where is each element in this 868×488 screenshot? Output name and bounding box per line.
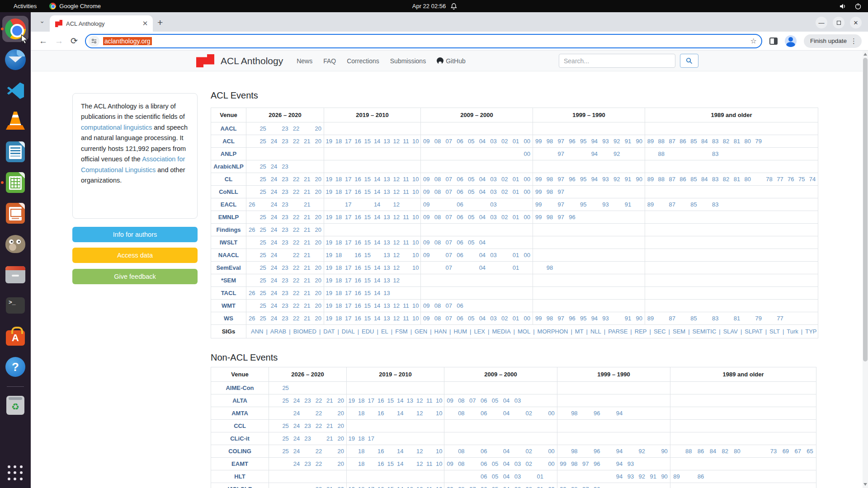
year-link[interactable]: 25 (282, 435, 288, 442)
year-link[interactable]: 20 (315, 125, 321, 132)
venue-link[interactable]: CLiC-it (230, 435, 250, 442)
year-link[interactable]: 93 (602, 138, 609, 145)
year-link[interactable]: 15 (364, 264, 371, 271)
dock-item-libreoffice-impress[interactable] (2, 200, 28, 226)
year-link[interactable]: 07 (446, 214, 452, 221)
sig-link[interactable]: EDU (362, 328, 374, 335)
year-link[interactable]: 99 (535, 214, 542, 221)
year-link[interactable]: 08 (458, 397, 464, 404)
year-link[interactable]: 98 (547, 315, 553, 322)
year-link[interactable]: 97 (558, 150, 564, 157)
sig-link[interactable]: BIOMED (293, 328, 316, 335)
year-link[interactable]: 83 (712, 315, 718, 322)
year-link[interactable]: 19 (326, 214, 332, 221)
sig-link[interactable]: TYP (805, 328, 816, 335)
year-link[interactable]: 00 (548, 486, 554, 488)
year-link[interactable]: 10 (436, 460, 442, 467)
year-link[interactable]: 15 (364, 277, 371, 284)
year-link[interactable]: 25 (259, 252, 266, 258)
year-link[interactable]: 23 (282, 302, 288, 309)
year-link[interactable]: 81 (734, 138, 740, 145)
year-link[interactable]: 00 (524, 138, 530, 145)
year-link[interactable]: 05 (468, 315, 474, 322)
year-link[interactable]: 07 (446, 264, 452, 271)
year-link[interactable]: 10 (412, 188, 419, 195)
year-link[interactable]: 87 (669, 176, 675, 183)
year-link[interactable]: 14 (397, 486, 403, 488)
year-link[interactable]: 25 (259, 302, 266, 309)
year-link[interactable]: 09 (423, 188, 429, 195)
year-link[interactable]: 15 (387, 460, 394, 467)
year-link[interactable]: 21 (304, 277, 310, 284)
year-link[interactable]: 91 (625, 315, 631, 322)
browser-menu-icon[interactable]: ⋮ (850, 37, 857, 45)
year-link[interactable]: 22 (293, 214, 299, 221)
year-link[interactable]: 24 (271, 163, 277, 170)
year-link[interactable]: 04 (479, 239, 486, 246)
year-link[interactable]: 23 (282, 315, 288, 322)
year-link[interactable]: 97 (582, 460, 589, 467)
year-link[interactable]: 20 (315, 290, 321, 296)
year-link[interactable]: 13 (383, 252, 390, 258)
window-restore-button[interactable] (833, 17, 844, 28)
year-link[interactable]: 06 (457, 138, 463, 145)
year-link[interactable]: 26 (249, 290, 255, 296)
year-link[interactable]: 23 (282, 138, 288, 145)
year-link[interactable]: 06 (481, 460, 487, 467)
year-link[interactable]: 97 (558, 201, 564, 208)
year-link[interactable]: 93 (627, 460, 634, 467)
year-link[interactable]: 03 (490, 138, 496, 145)
year-link[interactable]: 15 (387, 397, 394, 404)
venue-link[interactable]: CoNLL (219, 188, 238, 195)
sig-link[interactable]: MOL (518, 328, 530, 335)
year-link[interactable]: 22 (293, 290, 299, 296)
year-link[interactable]: 03 (490, 188, 496, 195)
year-link[interactable]: 19 (326, 252, 332, 258)
nav-corrections[interactable]: Corrections (347, 57, 379, 65)
year-link[interactable]: 09 (423, 176, 429, 183)
year-link[interactable]: 25 (259, 214, 266, 221)
dock-item-files[interactable] (2, 262, 28, 288)
year-link[interactable]: 12 (393, 188, 399, 195)
venue-link[interactable]: EMNLP (218, 214, 239, 221)
year-link[interactable]: 14 (374, 239, 380, 246)
year-link[interactable]: 06 (457, 176, 463, 183)
year-link[interactable]: 25 (259, 163, 266, 170)
year-link[interactable]: 97 (582, 486, 589, 488)
sig-link[interactable]: NLL (590, 328, 601, 335)
year-link[interactable]: 14 (397, 397, 403, 404)
venue-link[interactable]: IWSLT (220, 239, 237, 246)
year-link[interactable]: 99 (560, 460, 566, 467)
year-link[interactable]: 99 (535, 201, 542, 208)
sig-link[interactable]: Turk (787, 328, 798, 335)
year-link[interactable]: 13 (383, 138, 390, 145)
about-link[interactable]: computational linguistics (81, 124, 152, 131)
year-link[interactable]: 01 (513, 252, 519, 258)
year-link[interactable]: 06 (457, 252, 463, 258)
year-link[interactable]: 23 (282, 277, 288, 284)
year-link[interactable]: 10 (412, 176, 419, 183)
year-link[interactable]: 85 (690, 176, 697, 183)
year-link[interactable]: 19 (349, 397, 355, 404)
year-link[interactable]: 06 (481, 410, 487, 417)
year-link[interactable]: 18 (335, 302, 342, 309)
year-link[interactable]: 04 (479, 315, 486, 322)
year-link[interactable]: 13 (383, 277, 390, 284)
clock-menu[interactable]: Apr 22 02:56 (412, 3, 458, 10)
year-link[interactable]: 16 (354, 176, 361, 183)
year-link[interactable]: 20 (315, 226, 321, 233)
year-link[interactable]: 22 (293, 188, 299, 195)
year-link[interactable]: 13 (383, 239, 390, 246)
scroll-down-icon[interactable] (863, 483, 867, 486)
year-link[interactable]: 97 (558, 214, 564, 221)
venue-link[interactable]: COLING (228, 448, 251, 455)
year-link[interactable]: 99 (535, 138, 542, 145)
year-link[interactable]: 05 (468, 239, 474, 246)
year-link[interactable]: 19 (349, 435, 355, 442)
year-link[interactable]: 15 (364, 239, 371, 246)
year-link[interactable]: 18 (335, 188, 342, 195)
year-link[interactable]: 19 (326, 290, 332, 296)
year-link[interactable]: 08 (458, 410, 464, 417)
window-minimize-button[interactable]: — (816, 17, 827, 28)
year-link[interactable]: 11 (426, 397, 433, 404)
